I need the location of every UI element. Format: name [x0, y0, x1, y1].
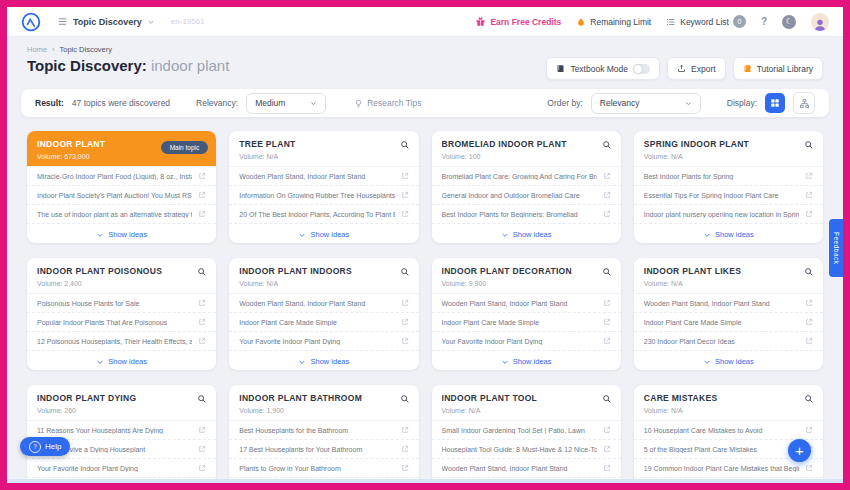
add-topic-button[interactable]: +	[788, 439, 811, 462]
external-link-icon[interactable]	[805, 318, 813, 326]
external-link-icon[interactable]	[805, 426, 813, 434]
idea-row[interactable]: 12 Poisonous Houseplants, Their Health E…	[27, 332, 216, 351]
show-ideas-link[interactable]: Show ideas	[432, 351, 621, 370]
external-link-icon[interactable]	[401, 299, 409, 307]
show-ideas-link[interactable]: Show ideas	[229, 351, 418, 370]
idea-row[interactable]: Plants to Grow in Your Bathroom	[229, 459, 418, 478]
external-link-icon[interactable]	[603, 191, 611, 199]
external-link-icon[interactable]	[401, 210, 409, 218]
external-link-icon[interactable]	[198, 172, 206, 180]
external-link-icon[interactable]	[603, 445, 611, 453]
idea-row[interactable]: Small Indoor Gardening Tool Set | Patio,…	[432, 421, 621, 440]
idea-row[interactable]: 10 Houseplant Care Mistakes to Avoid	[634, 421, 823, 440]
idea-row[interactable]: Indoor plant nursery opening new locatio…	[634, 205, 823, 224]
idea-row[interactable]: Indoor Plant Society's Plant Auction! Yo…	[27, 186, 216, 205]
external-link-icon[interactable]	[198, 445, 206, 453]
show-ideas-link[interactable]: Show ideas	[634, 351, 823, 370]
idea-row[interactable]: Wooden Plant Stand, Indoor Plant Stand	[229, 167, 418, 186]
external-link-icon[interactable]	[401, 337, 409, 345]
search-icon[interactable]	[804, 394, 814, 404]
search-icon[interactable]	[197, 267, 207, 277]
feedback-tab[interactable]: Feedback	[829, 219, 843, 277]
external-link-icon[interactable]	[198, 337, 206, 345]
idea-row[interactable]: Your Favorite Indoor Plant Dying	[432, 332, 621, 351]
idea-row[interactable]: Poisonous House Plants for Sale	[27, 294, 216, 313]
external-link-icon[interactable]	[198, 210, 206, 218]
external-link-icon[interactable]	[805, 464, 813, 472]
idea-row[interactable]: The use of indoor plant as an alternativ…	[27, 205, 216, 224]
search-icon[interactable]	[400, 394, 410, 404]
idea-row[interactable]: Bromeliad Plant Care: Growing And Caring…	[432, 167, 621, 186]
search-icon[interactable]	[602, 267, 612, 277]
external-link-icon[interactable]	[401, 464, 409, 472]
research-tips-link[interactable]: Research Tips	[354, 98, 421, 108]
show-ideas-link[interactable]: Show ideas	[27, 351, 216, 370]
earn-credits-link[interactable]: Earn Free Credits	[475, 16, 561, 27]
show-ideas-link[interactable]: Show ideas	[229, 224, 418, 243]
textbook-mode-toggle[interactable]: Textbook Mode	[546, 57, 660, 80]
external-link-icon[interactable]	[198, 191, 206, 199]
horizontal-scrollbar[interactable]	[7, 479, 843, 483]
idea-row[interactable]: Best Houseplants for the Bathroom	[229, 421, 418, 440]
idea-row[interactable]: Best Indoor Plants for Spring	[634, 167, 823, 186]
relevancy-select[interactable]: Medium	[246, 93, 326, 114]
idea-row[interactable]: Your Favorite Indoor Plant Dying	[27, 459, 216, 478]
idea-row[interactable]: 17 Best Houseplants for Your Bathroom	[229, 440, 418, 459]
main-topic-badge[interactable]: Main topic	[161, 141, 209, 154]
idea-row[interactable]: 20 Of The Best Indoor Plants, According …	[229, 205, 418, 224]
show-ideas-link[interactable]: Show ideas	[27, 224, 216, 243]
external-link-icon[interactable]	[805, 299, 813, 307]
idea-row[interactable]: Wooden Plant Stand, Indoor Plant Stand	[634, 294, 823, 313]
external-link-icon[interactable]	[603, 318, 611, 326]
external-link-icon[interactable]	[603, 337, 611, 345]
search-icon[interactable]	[602, 140, 612, 150]
search-icon[interactable]	[400, 267, 410, 277]
external-link-icon[interactable]	[401, 318, 409, 326]
idea-row[interactable]: Best Indoor Plants for Beginners: Bromel…	[432, 205, 621, 224]
search-icon[interactable]	[400, 140, 410, 150]
external-link-icon[interactable]	[805, 210, 813, 218]
search-icon[interactable]	[804, 267, 814, 277]
external-link-icon[interactable]	[603, 299, 611, 307]
theme-toggle-icon[interactable]: ☾	[782, 15, 796, 29]
external-link-icon[interactable]	[198, 426, 206, 434]
idea-row[interactable]: Popular Indoor Plants That Are Poisonous	[27, 313, 216, 332]
external-link-icon[interactable]	[805, 337, 813, 345]
show-ideas-link[interactable]: Show ideas	[432, 224, 621, 243]
external-link-icon[interactable]	[603, 210, 611, 218]
idea-row[interactable]: Miracle-Gro Indoor Plant Food (Liquid), …	[27, 167, 216, 186]
external-link-icon[interactable]	[603, 464, 611, 472]
breadcrumb-home[interactable]: Home	[27, 45, 47, 54]
grid-view-button[interactable]	[765, 93, 785, 113]
external-link-icon[interactable]	[401, 445, 409, 453]
order-by-select[interactable]: Relevancy	[591, 93, 701, 114]
idea-row[interactable]: Indoor Plant Care Made Simple	[432, 313, 621, 332]
idea-row[interactable]: Wooden Plant Stand, Indoor Plant Stand	[432, 459, 621, 478]
help-button[interactable]: ? Help	[20, 437, 70, 456]
idea-row[interactable]: Indoor Plant Care Made Simple	[229, 313, 418, 332]
idea-row[interactable]: Information On Growing Rubber Tree House…	[229, 186, 418, 205]
external-link-icon[interactable]	[198, 318, 206, 326]
user-avatar[interactable]	[811, 13, 829, 31]
idea-row[interactable]: Your Favorite Indoor Plant Dying	[229, 332, 418, 351]
external-link-icon[interactable]	[805, 191, 813, 199]
help-question-icon[interactable]: ?	[761, 16, 767, 27]
section-switcher[interactable]: Topic Discovery	[57, 16, 155, 27]
idea-row[interactable]: Houseplant Tool Guide: 8 Must-Have & 12 …	[432, 440, 621, 459]
external-link-icon[interactable]	[198, 464, 206, 472]
tutorial-library-button[interactable]: Tutorial Library	[733, 57, 823, 80]
export-button[interactable]: Export	[667, 57, 726, 80]
idea-row[interactable]: Wooden Plant Stand, Indoor Plant Stand	[229, 294, 418, 313]
external-link-icon[interactable]	[805, 172, 813, 180]
idea-row[interactable]: General Indoor and Outdoor Bromeliad Car…	[432, 186, 621, 205]
remaining-limit-link[interactable]: Remaining Limit	[576, 16, 651, 27]
external-link-icon[interactable]	[401, 172, 409, 180]
search-icon[interactable]	[804, 140, 814, 150]
external-link-icon[interactable]	[603, 426, 611, 434]
idea-row[interactable]: Essential Tips For Spring Indoor Plant C…	[634, 186, 823, 205]
external-link-icon[interactable]	[401, 191, 409, 199]
external-link-icon[interactable]	[401, 426, 409, 434]
external-link-icon[interactable]	[198, 299, 206, 307]
idea-row[interactable]: Indoor Plant Care Made Simple	[634, 313, 823, 332]
external-link-icon[interactable]	[603, 172, 611, 180]
